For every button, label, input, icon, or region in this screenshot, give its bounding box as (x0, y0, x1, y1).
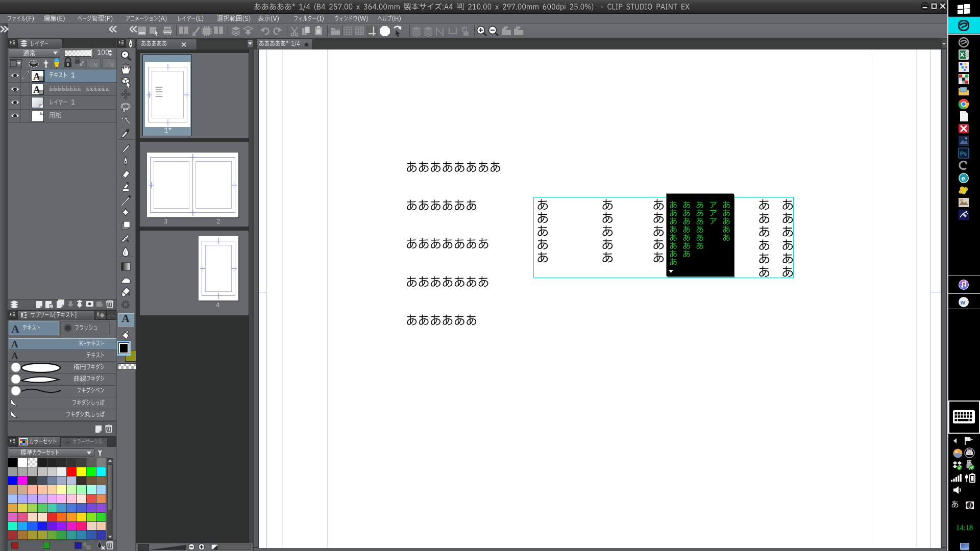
svg-text:e: e (962, 174, 965, 182)
svg-text:Ps: Ps (960, 151, 967, 157)
svg-text:w: w (960, 299, 966, 306)
svg-text:J: J (969, 503, 972, 509)
